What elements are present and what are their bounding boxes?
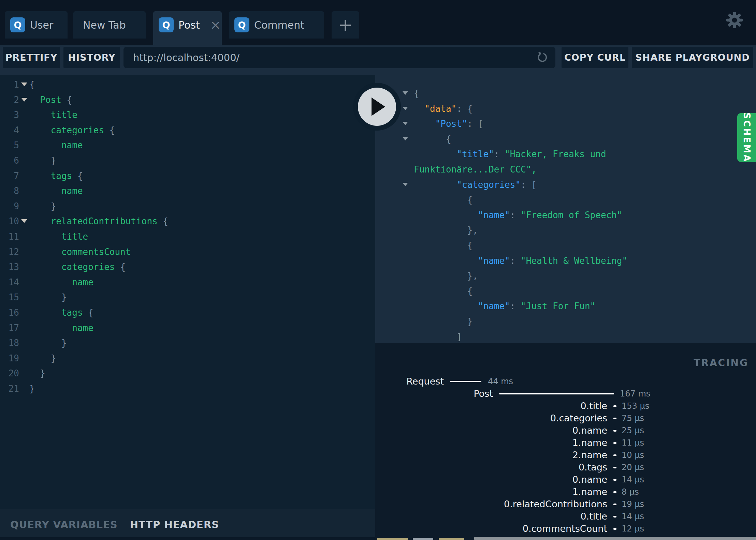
line-number: 20 — [0, 368, 19, 378]
fold-arrow-icon[interactable] — [403, 107, 408, 110]
response-fold-gutter — [375, 177, 414, 192]
query-code: relatedContributions { — [29, 216, 168, 226]
copy-curl-button[interactable]: COPY CURL — [562, 47, 628, 68]
query-code: name — [29, 277, 93, 287]
editor-line: 5 name — [0, 137, 375, 153]
tab-bar: QUserNew TabQPost×QComment — [0, 0, 756, 45]
response-pane: { "data": { "Post": [ { "title": "Hacker… — [375, 70, 756, 343]
tab-inner: QComment — [229, 11, 324, 39]
editor-line: 2 Post { — [0, 92, 375, 107]
editor-line: 11 title — [0, 229, 375, 244]
response-line: }, — [375, 268, 756, 283]
response-fold-gutter — [375, 131, 414, 147]
query-badge-icon: Q — [234, 17, 249, 32]
response-line: "name": "Freedom of Speech" — [375, 207, 756, 223]
reload-icon[interactable] — [536, 51, 549, 64]
response-fold-gutter — [375, 192, 414, 207]
line-number: 6 — [0, 155, 19, 166]
tab-label: Comment — [254, 19, 304, 31]
editor-line: 16 tags { — [0, 305, 375, 320]
tab-label: New Tab — [83, 19, 126, 31]
line-number: 14 — [0, 277, 19, 287]
response-line: }, — [375, 222, 756, 238]
tracing-duration-bar — [613, 479, 616, 481]
query-code: } — [29, 368, 45, 378]
response-line: { — [375, 131, 756, 147]
editor-line: 21} — [0, 381, 375, 396]
tab-inner: QUser — [5, 11, 68, 39]
response-fold-gutter — [375, 314, 414, 329]
query-code: tags { — [29, 308, 93, 318]
response-json: Funktionäre...Der CCC", — [414, 164, 537, 175]
editor-line: 6 } — [0, 153, 375, 168]
fold-arrow-icon[interactable] — [403, 122, 408, 125]
tab-comment[interactable]: QComment — [229, 11, 324, 39]
line-number: 12 — [0, 247, 19, 257]
editor-line: 12 commentsCount — [0, 244, 375, 259]
http-headers-tab[interactable]: HTTP HEADERS — [130, 519, 219, 530]
response-line: "data": { — [375, 101, 756, 116]
response-fold-gutter — [375, 298, 414, 314]
fold-arrow-icon[interactable] — [403, 183, 408, 186]
response-json: ] — [414, 332, 462, 342]
new-tab-button[interactable]: + — [332, 11, 359, 39]
editor-line: 1{ — [0, 77, 375, 92]
response-fold-gutter — [375, 329, 414, 343]
tab-new-tab[interactable]: New Tab — [73, 11, 146, 39]
line-number: 3 — [0, 110, 19, 120]
query-code: title — [29, 231, 88, 242]
tracing-duration-bar — [613, 418, 616, 419]
tab-user[interactable]: QUser — [5, 11, 68, 39]
response-line: { — [375, 86, 756, 101]
graphql-playground-window: QUserNew TabQPost×QComment + PRETTIFY HI… — [0, 0, 756, 540]
history-button[interactable]: HISTORY — [63, 47, 120, 68]
schema-tab[interactable]: SCHEMA — [737, 113, 756, 162]
editor-line: 3 title — [0, 107, 375, 122]
line-number: 8 — [0, 186, 19, 196]
response-json: "Post": [ — [414, 119, 483, 129]
line-number: 11 — [0, 231, 19, 242]
fold-arrow-icon[interactable] — [21, 219, 27, 223]
response-json: "categories": [ — [414, 180, 537, 190]
query-editor[interactable]: 1{2 Post {3 title4 categories {5 name6 }… — [0, 75, 375, 509]
endpoint-url-value: http://localhost:4000/ — [133, 52, 536, 63]
close-icon[interactable]: × — [210, 18, 221, 31]
query-code: } — [29, 201, 56, 211]
clipped-text-fragment — [413, 538, 433, 540]
share-playground-button[interactable]: SHARE PLAYGROUND — [632, 47, 753, 68]
response-fold-gutter — [375, 222, 414, 238]
bottom-bar: QUERY VARIABLES HTTP HEADERS — [0, 509, 375, 540]
editor-line: 4 categories { — [0, 122, 375, 138]
fold-arrow-icon[interactable] — [21, 98, 27, 102]
tracing-panel: TRACING Request44 msPost167 ms0.title153… — [375, 343, 756, 540]
query-code: title — [29, 110, 77, 120]
editor-line: 14 name — [0, 274, 375, 290]
tracing-duration-bar — [613, 467, 616, 468]
fold-arrow-icon[interactable] — [403, 137, 408, 140]
settings-gear-icon[interactable] — [726, 12, 743, 29]
response-json: { — [414, 88, 419, 99]
editor-line: 10 relatedContributions { — [0, 213, 375, 229]
tracing-duration-bar — [613, 442, 616, 444]
prettify-button[interactable]: PRETTIFY — [3, 47, 60, 68]
tracing-duration-bar — [613, 430, 616, 432]
line-number: 10 — [0, 216, 19, 226]
bottom-edge-strip — [0, 537, 375, 540]
query-variables-tab[interactable]: QUERY VARIABLES — [10, 519, 118, 530]
tab-label: User — [30, 19, 53, 31]
fold-arrow-icon[interactable] — [21, 82, 27, 86]
tracing-duration-bar — [613, 491, 616, 493]
execute-query-button[interactable] — [353, 83, 401, 131]
clipped-text-fragment — [377, 538, 408, 540]
tab-post[interactable]: QPost× — [153, 11, 222, 45]
response-json: "name": "Just For Fun" — [414, 301, 595, 311]
response-line: } — [375, 314, 756, 329]
tracing-duration-bar — [450, 381, 481, 382]
endpoint-url-input[interactable]: http://localhost:4000/ — [123, 47, 555, 68]
play-icon — [372, 97, 385, 116]
horizontal-scrollbar[interactable] — [474, 537, 756, 540]
query-code: name — [29, 140, 83, 150]
line-number: 5 — [0, 140, 19, 150]
query-code: Post { — [29, 95, 72, 105]
fold-arrow-icon[interactable] — [403, 91, 408, 95]
